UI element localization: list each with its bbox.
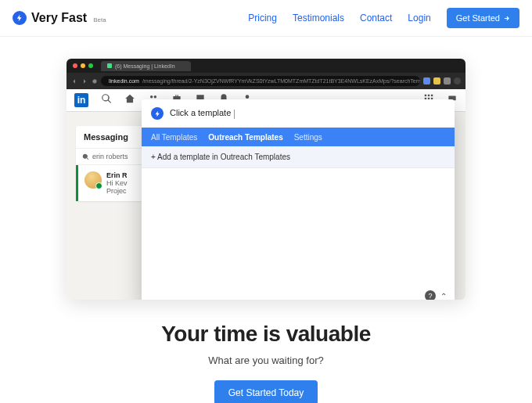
brand-bolt-icon: [13, 11, 27, 25]
overlay-footer: ? ⌃: [142, 286, 455, 300]
headline-section: Your time is valuable What are you waiti…: [0, 300, 532, 403]
browser-tabstrip: (6) Messaging | LinkedIn: [66, 59, 466, 73]
reload-icon[interactable]: [92, 78, 98, 85]
overlay-header: Click a template: [142, 99, 455, 128]
extensions: [423, 77, 461, 85]
extension-icon[interactable]: [444, 77, 451, 85]
nav-link-contact[interactable]: Contact: [360, 13, 392, 23]
contact-name: Erin R: [106, 171, 128, 179]
headline-subtitle: What are you waiting for?: [16, 354, 516, 366]
browser-mock: (6) Messaging | LinkedIn linkedin.com /m…: [66, 59, 466, 300]
nav-cta-label: Get Started: [456, 13, 500, 23]
overlay-prompt[interactable]: Click a template: [170, 108, 235, 118]
nav-link-testimonials[interactable]: Testimonials: [293, 13, 344, 23]
browser-addressbar: linkedin.com /messaging/thread/2-YzN3OjZ…: [66, 73, 466, 89]
search-icon[interactable]: [101, 93, 112, 107]
site-header: Very Fast Beta Pricing Testimonials Cont…: [0, 0, 532, 37]
url-box[interactable]: linkedin.com /messaging/thread/2-YzN3OjZ…: [101, 76, 420, 86]
brand-sub: Beta: [93, 16, 106, 23]
headline-title: Your time is valuable: [16, 322, 516, 347]
svg-rect-1: [425, 95, 426, 96]
chevron-up-icon[interactable]: ⌃: [440, 292, 447, 300]
tab-label: (6) Messaging | LinkedIn: [115, 63, 175, 69]
nav-link-pricing[interactable]: Pricing: [248, 13, 277, 23]
nav-link-login[interactable]: Login: [408, 13, 430, 23]
window-zoom-icon: [88, 63, 93, 68]
overlay-body: [142, 168, 455, 286]
template-overlay: Click a template All Templates Outreach …: [142, 99, 455, 300]
conversation-text: Erin R Hi Kev Projec: [106, 171, 128, 195]
arrow-right-icon: [503, 15, 510, 22]
tab-settings[interactable]: Settings: [294, 133, 322, 142]
forward-icon[interactable]: [81, 78, 88, 85]
profile-avatar-icon[interactable]: [454, 77, 461, 85]
svg-rect-2: [428, 95, 430, 96]
add-template-row[interactable]: + Add a template in Outreach Templates: [142, 146, 455, 168]
tab-all-templates[interactable]: All Templates: [151, 133, 197, 142]
contact-preview: Hi Kev: [106, 179, 128, 187]
tab-outreach-templates[interactable]: Outreach Templates: [208, 133, 282, 142]
contact-preview: Projec: [106, 187, 128, 195]
overlay-tabs: All Templates Outreach Templates Setting…: [142, 128, 455, 146]
help-icon[interactable]: ?: [425, 290, 436, 300]
linkedin-logo-icon[interactable]: in: [74, 93, 88, 107]
extension-icon[interactable]: [433, 77, 440, 85]
brand-name: Very Fast: [31, 11, 87, 25]
url-path: /messaging/thread/2-YzN3OjZVNWfRYYmVkZS0…: [142, 78, 420, 84]
home-icon[interactable]: [124, 93, 135, 107]
tab-favicon-icon: [107, 63, 112, 68]
window-minimize-icon: [81, 63, 85, 68]
overlay-bolt-icon: [151, 107, 164, 120]
window-close-icon: [73, 63, 77, 68]
nav-links: Pricing Testimonials Contact Login Get S…: [248, 8, 519, 28]
messaging-search-value: erin roberts: [92, 153, 128, 160]
svg-rect-3: [431, 95, 433, 96]
avatar: [84, 171, 102, 189]
back-icon[interactable]: [71, 78, 77, 85]
headline-cta-button[interactable]: Get Started Today: [214, 380, 318, 403]
url-host: linkedin.com: [109, 78, 139, 84]
browser-tab[interactable]: (6) Messaging | LinkedIn: [101, 61, 191, 71]
search-icon: [82, 153, 89, 160]
svg-point-0: [246, 95, 250, 99]
extension-icon[interactable]: [423, 77, 430, 85]
nav-cta-button[interactable]: Get Started: [447, 8, 519, 28]
hero: (6) Messaging | LinkedIn linkedin.com /m…: [0, 37, 532, 300]
brand[interactable]: Very Fast Beta: [13, 11, 106, 25]
